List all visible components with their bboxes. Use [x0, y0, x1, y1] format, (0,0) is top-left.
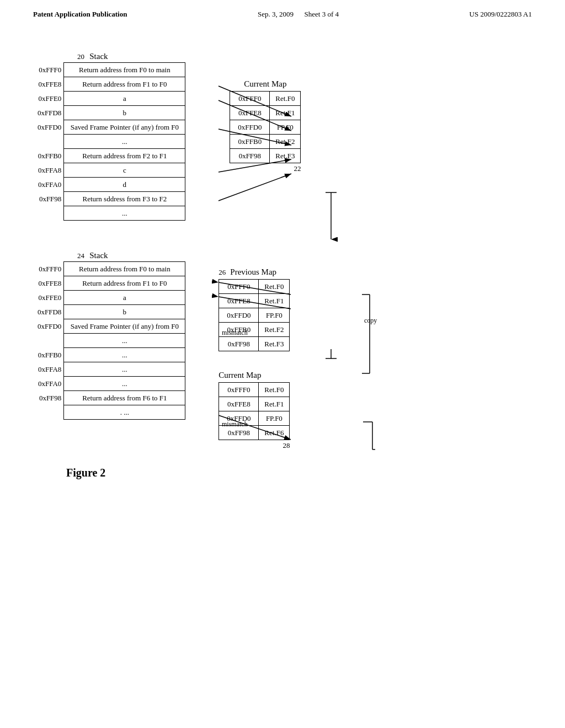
header-sheet: Sheet 3 of 4 [305, 10, 339, 18]
map-val: Ret.F3 [259, 337, 290, 351]
bottom-prev-map-table: 0xFFF0 Ret.F0 0xFFE8 Ret.F1 0xFFD0 FP.F0 [218, 279, 290, 351]
table-row: 0xFFA8 ... [33, 362, 185, 377]
table-row: 0xFFD0 FP.F0 [219, 308, 290, 323]
content-cell: Saved Frame Pointer (if any) from F0 [64, 319, 185, 334]
map-addr: 0xFFF0 [230, 92, 270, 106]
bottom-diagram: 24 Stack 0xFFF0 Return address from F0 t… [33, 251, 532, 450]
table-row: ... [33, 334, 185, 348]
bottom-curr-map-table: 0xFFF0 Ret.F0 0xFFE8 Ret.F1 0xFFD0 FP.F0 [218, 382, 290, 440]
bottom-stack-label: Stack [89, 251, 108, 260]
table-row: 0xFFB0 Ret.F2 [230, 135, 301, 149]
table-row: 0xFFD0 Saved Frame Pointer (if any) from… [33, 120, 185, 135]
addr-cell: 0xFFD8 [33, 305, 64, 319]
table-row: 0xFFF0 Ret.F0 [219, 280, 290, 294]
table-row: 0xFFF0 Ret.F0 [230, 92, 301, 106]
addr-cell: 0xFFE0 [33, 92, 64, 106]
top-diagram: 20 Stack 0xFFF0 Return address from F0 t… [33, 52, 532, 221]
content-cell: ... [64, 206, 185, 221]
addr-cell [33, 334, 64, 348]
map-addr: 0xFF98 [230, 149, 270, 163]
bottom-curr-map-label: Current Map [218, 371, 290, 380]
content-cell: Return address from F1 to F0 [64, 77, 185, 92]
top-stack-section: 20 Stack 0xFFF0 Return address from F0 t… [33, 52, 185, 221]
addr-cell: 0xFFF0 [33, 63, 64, 77]
map-addr: 0xFFD0 [219, 308, 259, 323]
table-row: 0xFFD0 FP.F0 [230, 120, 301, 135]
top-diagram-wrapper: 20 Stack 0xFFF0 Return address from F0 t… [33, 52, 532, 221]
addr-cell: 0xFFE8 [33, 276, 64, 291]
table-row: 0xFFF0 Return address from F0 to main [33, 262, 185, 276]
map-val: Ret.F1 [270, 106, 301, 120]
content-cell: c [64, 163, 185, 178]
content-cell: Return address from F1 to F0 [64, 276, 185, 291]
table-row: 0xFFD8 b [33, 305, 185, 319]
addr-cell: 0xFF98 [33, 391, 64, 405]
top-stack-refnum: 20 [77, 52, 84, 61]
prev-map-label: Previous Map [230, 267, 276, 277]
map-val: Ret.F2 [270, 135, 301, 149]
top-stack-table: 0xFFF0 Return address from F0 to main 0x… [33, 62, 185, 221]
map-addr: 0xFFF0 [219, 383, 259, 397]
map-val: Ret.F0 [270, 92, 301, 106]
bottom-prev-map: 26 Previous Map 0xFFF0 Ret.F0 0xFFE8 Ret… [218, 267, 290, 351]
prev-map-refnum: 26 [218, 268, 226, 277]
figure-label: Figure 2 [66, 467, 532, 479]
table-row: 0xFFB0 Ret.F2 [219, 323, 290, 337]
table-row: 0xFFD0 FP.F0 [219, 411, 290, 426]
table-row: 0xFF98 Return address from F6 to F1 [33, 391, 185, 405]
content-cell: Return address from F0 to main [64, 63, 185, 77]
addr-cell: 0xFF98 [33, 192, 64, 206]
addr-cell: 0xFFF0 [33, 262, 64, 276]
top-map-refnum: 22 [230, 164, 301, 173]
map-addr: 0xFFE8 [219, 294, 259, 308]
table-row: 0xFFE8 Ret.F1 [219, 397, 290, 411]
table-row: 0xFFE8 Return address from F1 to F0 [33, 276, 185, 291]
table-row: 0xFFE0 a [33, 92, 185, 106]
header-publication: Patent Application Publication [33, 10, 127, 19]
table-row: 0xFFE0 a [33, 291, 185, 305]
map-addr: 0xFFB0 [230, 135, 270, 149]
top-current-map-section: Current Map 0xFFF0 Ret.F0 0xFFE8 Ret.F1 … [230, 79, 301, 221]
top-stack-header: 20 Stack [77, 52, 185, 61]
map-addr: 0xFFE8 [219, 397, 259, 411]
table-row: 0xFFD0 Saved Frame Pointer (if any) from… [33, 319, 185, 334]
table-row: 0xFFD8 b [33, 106, 185, 120]
bottom-stack-header: 24 Stack [77, 251, 185, 260]
content-cell: Return sddress from F3 to F2 [64, 192, 185, 206]
bottom-curr-map: Current Map 0xFFF0 Ret.F0 0xFFE8 Ret.F1 … [218, 371, 290, 450]
content-cell: Return address from F2 to F1 [64, 149, 185, 163]
table-row: 0xFFE8 Return address from F1 to F0 [33, 77, 185, 92]
table-row: ... [33, 135, 185, 149]
bottom-stack-section: 24 Stack 0xFFF0 Return address from F0 t… [33, 251, 185, 450]
map-val: Ret.F3 [270, 149, 301, 163]
addr-cell [33, 405, 64, 420]
content-cell: Saved Frame Pointer (if any) from F0 [64, 120, 185, 135]
bottom-curr-map-refnum: 28 [218, 441, 290, 450]
main-content: 20 Stack 0xFFF0 Return address from F0 t… [0, 19, 565, 479]
table-row: 0xFFE8 Ret.F1 [230, 106, 301, 120]
map-addr: 0xFFF0 [219, 280, 259, 294]
map-addr: 0xFFB0 [219, 323, 259, 337]
table-row: ... [33, 206, 185, 221]
map-addr: 0xFF98 [219, 426, 259, 440]
map-addr: 0xFF98 [219, 337, 259, 351]
map-val: Ret.F0 [259, 280, 290, 294]
addr-cell: 0xFFA8 [33, 362, 64, 377]
content-cell: b [64, 106, 185, 120]
addr-cell: 0xFFA0 [33, 178, 64, 192]
map-addr: 0xFFE8 [230, 106, 270, 120]
table-row: 0xFF98 Ret.F3 [230, 149, 301, 163]
addr-cell: 0xFFD0 [33, 319, 64, 334]
table-row: 0xFF98 Ret.F6 [219, 426, 290, 440]
table-row: 0xFFB0 ... [33, 348, 185, 362]
table-row: 0xFF98 Ret.F3 [219, 337, 290, 351]
content-cell: ... [64, 334, 185, 348]
header-date: Sep. 3, 2009 [258, 10, 294, 18]
top-current-map-table: 0xFFF0 Ret.F0 0xFFE8 Ret.F1 0xFFD0 FP.F0… [230, 91, 301, 163]
table-row: 0xFFF0 Ret.F0 [219, 383, 290, 397]
table-row: 0xFFE8 Ret.F1 [219, 294, 290, 308]
content-cell: b [64, 305, 185, 319]
map-val: Ret.F6 [259, 426, 290, 440]
bottom-diagram-wrapper: 24 Stack 0xFFF0 Return address from F0 t… [33, 251, 532, 450]
table-row: 0xFFF0 Return address from F0 to main [33, 63, 185, 77]
